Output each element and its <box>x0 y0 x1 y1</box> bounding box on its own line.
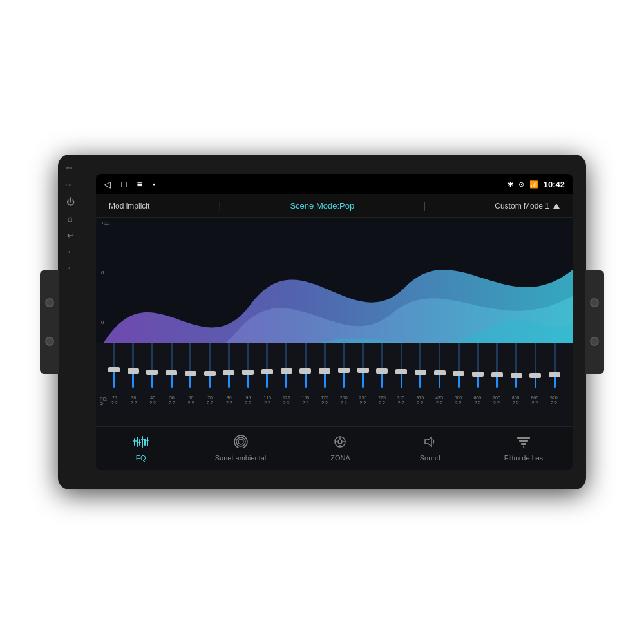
freq-label-375: 375 <box>413 395 427 400</box>
slider-col-110[interactable] <box>260 343 274 394</box>
slider-track-315 <box>401 343 402 388</box>
slider-col-60[interactable] <box>184 343 198 394</box>
slider-thumb-40[interactable] <box>146 370 158 375</box>
nav-item-zona[interactable]: ZONA <box>314 430 366 467</box>
freq-label-30: 30 <box>126 395 140 400</box>
nav-item-sound[interactable]: Sound <box>404 430 456 467</box>
q-label-200: 2.2 <box>337 401 351 405</box>
slider-col-800[interactable] <box>509 343 524 394</box>
freq-label-700: 700 <box>489 395 504 400</box>
slider-thumb-175[interactable] <box>319 368 330 374</box>
mode-separator-1: | <box>218 200 221 212</box>
slider-col-600[interactable] <box>471 343 485 394</box>
back-button[interactable]: ↩ <box>62 228 78 242</box>
slider-thumb-60[interactable] <box>185 371 196 376</box>
freq-labels: FC: 203040506070809511012515017520023527… <box>96 394 573 400</box>
q-labels: Q: 2.22.22.22.22.22.22.22.22.22.22.22.22… <box>96 400 573 405</box>
slider-col-80[interactable] <box>222 343 236 394</box>
recent-nav-button[interactable]: ▪ <box>153 179 156 189</box>
slider-thumb-30[interactable] <box>128 368 139 374</box>
menu-nav-button[interactable]: ≡ <box>137 179 142 189</box>
q-label-315: 2.2 <box>394 401 408 405</box>
slider-thumb-500[interactable] <box>453 371 464 376</box>
custom-mode-section[interactable]: Custom Mode 1 <box>495 202 560 211</box>
slider-col-30[interactable] <box>126 343 140 394</box>
slider-thumb-110[interactable] <box>261 369 273 374</box>
slider-col-235[interactable] <box>356 343 370 394</box>
nav-item-sunet[interactable]: Sunet ambiental <box>205 430 277 467</box>
power-button[interactable]: ⏻ <box>62 194 78 209</box>
q-label-50: 2.2 <box>165 401 179 405</box>
slider-col-275[interactable] <box>375 343 389 394</box>
zona-icon <box>332 435 348 451</box>
slider-col-315[interactable] <box>394 343 408 394</box>
q-label-860: 2.2 <box>527 401 542 405</box>
slider-col-200[interactable] <box>337 343 351 394</box>
slider-thumb-375[interactable] <box>415 370 426 375</box>
slider-col-860[interactable] <box>528 343 542 394</box>
bolt-tr <box>590 298 599 307</box>
db-6: 6 <box>101 270 110 276</box>
vol-down-button[interactable]: 4- <box>62 261 78 276</box>
slider-thumb-275[interactable] <box>376 368 388 374</box>
q-label-125: 2.2 <box>279 401 294 405</box>
freq-label-70: 70 <box>203 395 217 400</box>
slider-col-375[interactable] <box>413 343 428 394</box>
mic-button[interactable]: MIC <box>62 161 78 175</box>
slider-col-150[interactable] <box>298 343 312 394</box>
bolt-tl <box>45 298 54 307</box>
svg-rect-10 <box>144 441 146 442</box>
slider-col-95[interactable] <box>241 343 255 394</box>
back-nav-button[interactable]: ◁ <box>104 179 111 189</box>
slider-col-125[interactable] <box>279 343 294 394</box>
q-label-70: 2.2 <box>203 401 217 405</box>
slider-thumb-70[interactable] <box>204 371 216 376</box>
slider-thumb-20[interactable] <box>108 367 120 372</box>
rst-button[interactable]: RST <box>62 178 78 192</box>
svg-rect-25 <box>523 446 524 448</box>
slider-thumb-920[interactable] <box>549 372 560 377</box>
slider-thumb-435[interactable] <box>434 370 446 375</box>
location-icon: ⊙ <box>518 180 524 189</box>
slider-thumb-800[interactable] <box>511 373 522 378</box>
slider-col-40[interactable] <box>145 343 159 394</box>
slider-thumb-150[interactable] <box>299 368 311 374</box>
mode-implicit-label: Mod implicit <box>109 202 149 211</box>
nav-buttons: ◁ □ ≡ ▪ <box>104 179 156 189</box>
home-nav-button[interactable]: □ <box>121 179 126 189</box>
slider-col-435[interactable] <box>433 343 447 394</box>
nav-item-filtru[interactable]: Filtru de bas <box>494 430 554 467</box>
slider-thumb-700[interactable] <box>491 372 503 377</box>
slider-thumb-235[interactable] <box>357 368 369 373</box>
freq-label-200: 200 <box>337 395 351 400</box>
nav-label-sound: Sound <box>420 454 440 462</box>
freq-label-150: 150 <box>298 395 312 400</box>
slider-thumb-95[interactable] <box>242 370 254 375</box>
slider-col-50[interactable] <box>164 343 178 394</box>
svg-rect-9 <box>141 439 144 440</box>
slider-col-20[interactable] <box>107 343 121 394</box>
slider-col-175[interactable] <box>317 343 332 394</box>
freq-label-800: 800 <box>509 395 523 400</box>
slider-thumb-600[interactable] <box>472 372 484 377</box>
slider-col-700[interactable] <box>490 343 504 394</box>
slider-thumb-80[interactable] <box>223 370 234 375</box>
slider-thumb-50[interactable] <box>166 370 177 375</box>
slider-col-500[interactable] <box>451 343 466 394</box>
scene-mode-section[interactable]: Scene Mode:Pop <box>290 201 354 211</box>
slider-thumb-200[interactable] <box>338 368 350 373</box>
vol-up-button[interactable]: 4+ <box>62 245 78 259</box>
bluetooth-icon: ✱ <box>507 180 513 189</box>
q-label-95: 2.2 <box>241 401 255 405</box>
slider-thumb-125[interactable] <box>281 368 292 374</box>
freq-label-435: 435 <box>432 395 446 400</box>
freq-label-500: 500 <box>451 395 466 400</box>
q-label-30: 2.2 <box>126 401 140 405</box>
slider-col-70[interactable] <box>203 343 217 394</box>
home-button[interactable]: ⌂ <box>62 211 78 225</box>
slider-thumb-860[interactable] <box>529 373 541 378</box>
nav-item-eq[interactable]: EQ <box>115 430 167 467</box>
slider-col-920[interactable] <box>547 343 562 394</box>
slider-thumb-315[interactable] <box>395 369 407 374</box>
bolt-br <box>590 337 599 346</box>
